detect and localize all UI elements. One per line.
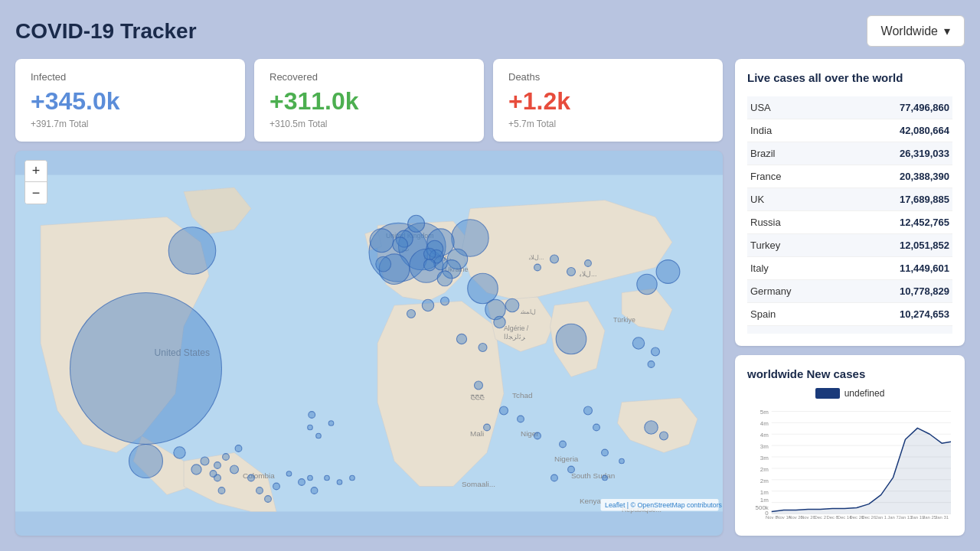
svg-point-94: [645, 421, 658, 435]
svg-text:4m: 4m: [760, 420, 769, 427]
list-item: France 20,388,390: [747, 165, 952, 188]
country-count: 12,452,765: [900, 217, 949, 228]
svg-point-59: [534, 432, 541, 439]
svg-text:Dec 2: Dec 2: [815, 515, 827, 520]
svg-point-70: [273, 483, 280, 490]
svg-point-81: [191, 465, 201, 474]
list-item: Argentina 8,555,379: [747, 326, 952, 334]
svg-text:Jan 31: Jan 31: [935, 515, 949, 520]
svg-point-92: [652, 347, 660, 356]
svg-point-100: [593, 424, 600, 431]
map-container[interactable]: United States Mali Niger Nigeria South S…: [15, 151, 723, 536]
svg-point-76: [286, 471, 292, 477]
country-count: 12,051,852: [900, 240, 949, 251]
svg-point-102: [308, 425, 313, 430]
list-item: Brazil 26,319,033: [747, 142, 952, 165]
list-item: India 42,080,664: [747, 119, 952, 142]
country-count: 42,080,664: [900, 125, 949, 136]
svg-point-71: [299, 479, 305, 486]
svg-text:Nigeria: Nigeria: [554, 455, 579, 463]
list-item: Germany 10,778,829: [747, 280, 952, 303]
recovered-total: +310.5m Total: [270, 119, 469, 129]
country-name: Brazil: [750, 148, 776, 159]
svg-text:1m: 1m: [760, 497, 769, 504]
country-name: Spain: [750, 308, 776, 320]
zoom-out-button[interactable]: −: [25, 182, 47, 204]
svg-point-79: [350, 475, 355, 481]
svg-text:Türkiye: Türkiye: [613, 316, 635, 324]
list-item: UK 17,689,885: [747, 188, 952, 211]
region-selector-button[interactable]: Worldwide ▾: [867, 15, 965, 47]
svg-point-51: [637, 274, 657, 294]
svg-point-75: [308, 475, 313, 481]
svg-text:Mali: Mali: [470, 429, 484, 438]
svg-point-93: [648, 361, 655, 368]
list-item: USA 77,496,860: [747, 96, 952, 119]
svg-point-56: [500, 406, 508, 415]
svg-point-62: [551, 474, 558, 481]
recovered-value: +311.0k: [270, 87, 469, 116]
country-name: France: [750, 171, 781, 182]
svg-point-99: [584, 406, 593, 415]
svg-point-34: [468, 273, 498, 304]
svg-text:ﻝﻼﺑ...: ﻝﻼﺑ...: [579, 270, 596, 278]
svg-point-63: [602, 449, 609, 456]
svg-point-77: [325, 475, 330, 481]
chart-svg: 5m 4m 4m 3m 3m 2m 2m 1m 1m 500k 0: [747, 405, 952, 520]
live-cases-title: Live cases all over the world: [747, 71, 952, 89]
svg-point-65: [619, 458, 625, 464]
infected-total: +391.7m Total: [31, 119, 230, 129]
svg-point-52: [656, 260, 680, 284]
svg-point-58: [518, 416, 524, 422]
country-name: Italy: [750, 262, 769, 274]
svg-point-49: [494, 316, 505, 328]
svg-point-90: [585, 260, 592, 267]
country-name: Russia: [750, 217, 781, 228]
list-item: Italy 11,449,601: [747, 257, 952, 280]
deaths-total: +5.7m Total: [508, 119, 707, 129]
country-name: UK: [750, 194, 764, 205]
svg-point-66: [230, 465, 239, 474]
region-selector-label: Worldwide: [881, 24, 938, 38]
svg-text:4m: 4m: [760, 432, 769, 439]
svg-point-54: [479, 344, 487, 352]
svg-text:ﻝﺎﻤﺸ: ﻝﺎﻤﺸ: [520, 308, 536, 315]
chart-title: worldwide New cases: [747, 367, 952, 380]
svg-point-25: [129, 445, 163, 478]
app-title: COVID-19 Tracker: [15, 19, 197, 44]
svg-point-60: [560, 441, 567, 448]
deaths-value: +1.2k: [508, 87, 707, 116]
svg-point-80: [174, 447, 185, 458]
svg-point-84: [214, 462, 221, 469]
svg-point-97: [441, 297, 449, 305]
country-name: Turkey: [750, 240, 780, 251]
svg-point-72: [311, 487, 318, 494]
svg-point-42: [437, 271, 452, 286]
svg-point-83: [210, 471, 217, 478]
svg-text:Jan 7: Jan 7: [887, 515, 899, 520]
zoom-controls: + −: [24, 160, 47, 204]
svg-text:ﻝﻼﺑ...: ﻝﻼﺑ...: [528, 254, 544, 261]
country-count: 10,274,653: [900, 308, 949, 320]
svg-point-95: [660, 432, 668, 440]
svg-point-86: [235, 445, 242, 452]
zoom-in-button[interactable]: +: [25, 161, 47, 182]
svg-point-40: [376, 256, 391, 272]
country-list[interactable]: USA 77,496,860 India 42,080,664 Brazil 2…: [747, 96, 952, 334]
svg-text:2m: 2m: [760, 466, 769, 473]
svg-point-68: [256, 487, 263, 494]
svg-point-69: [265, 496, 272, 503]
svg-text:Jan 1: Jan 1: [875, 515, 887, 520]
svg-point-73: [218, 487, 225, 494]
deaths-label: Deaths: [508, 71, 707, 83]
recovered-label: Recovered: [270, 71, 469, 83]
svg-text:Algérie /: Algérie /: [504, 324, 529, 332]
svg-text:Somaali...: Somaali...: [462, 480, 495, 488]
country-count: 26,319,033: [900, 148, 949, 159]
svg-point-101: [309, 412, 315, 419]
svg-point-48: [505, 298, 519, 312]
svg-point-98: [407, 310, 416, 318]
svg-point-96: [422, 299, 433, 311]
svg-point-82: [201, 457, 209, 465]
svg-point-78: [337, 480, 342, 485]
